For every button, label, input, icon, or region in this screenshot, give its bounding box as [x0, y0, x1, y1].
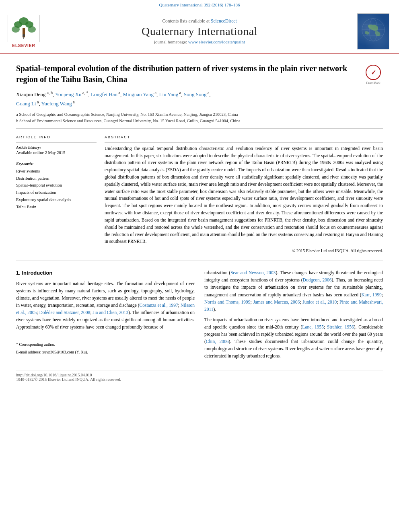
ref-junior[interactable]: Junior et al., 2010 [302, 300, 337, 304]
journal-cover-image [357, 13, 389, 49]
email-link[interactable]: xuyp305@163.com [42, 350, 74, 354]
copyright-notice: © 2015 Elsevier Ltd and INQUA. All right… [105, 248, 383, 254]
intro-para1: River systems are important natural heri… [16, 280, 195, 331]
crossmark-badge[interactable] [366, 65, 381, 80]
article-info-col: ARTICLE INFO Article history: Available … [16, 135, 97, 255]
affiliation-b: b School of Environmental Science and Re… [16, 118, 357, 124]
elsevier-brand-text: ELSEVIER [12, 43, 35, 48]
doi-link[interactable]: http://dx.doi.org/10.1016/j.jquaint.2015… [16, 373, 383, 377]
header-right [357, 13, 393, 49]
abstract-label: ABSTRACT [105, 135, 383, 139]
body-col-right: urbanization (Sear and Newson, 2003). Th… [204, 269, 383, 363]
ref-chin[interactable]: Chin, 2006 [206, 339, 229, 344]
ref-costanza[interactable]: Costanza et al., 1997 [139, 303, 178, 308]
doi-text[interactable]: http://dx.doi.org/10.1016/j.jquaint.2015… [16, 373, 92, 377]
crossmark-area: CrossMark [364, 63, 383, 124]
ref-jia[interactable]: Jia and Chen, 2013 [93, 310, 128, 315]
affiliation-a: a School of Geographic and Oceanographic… [16, 111, 357, 118]
keyword-4: Impacts of urbanization [16, 189, 97, 196]
ref-karr[interactable]: Karr, 1999 [362, 292, 382, 297]
elsevier-logo: ELSEVIER [6, 13, 42, 49]
sciencedirect-text[interactable]: ScienceDirect [211, 18, 237, 23]
article-info-abstract: ARTICLE INFO Article history: Available … [16, 129, 383, 261]
journal-cover-inner [358, 14, 389, 49]
available-online: Available online 2 May 2015 [16, 150, 97, 155]
section-title: Introduction [22, 270, 52, 276]
header-section: ELSEVIER Contents lists available at Sci… [0, 9, 399, 54]
footnote-corresponding: * Corresponding author. [16, 341, 195, 348]
body-content: 1. Introduction River systems are import… [16, 261, 383, 384]
elsevier-tree-icon [10, 16, 37, 41]
author-yang-m[interactable]: Mingnan Yang [123, 91, 154, 97]
history-label: Article history: [16, 145, 97, 150]
ref-norris[interactable]: Norris and Thoms, 1999 [204, 300, 251, 304]
keyword-5: Exploratory spatial data analysis [16, 196, 97, 203]
keyword-3: Spatial–temporal evolution [16, 182, 97, 189]
svg-point-6 [23, 34, 25, 37]
intro-para2: urbanization (Sear and Newson, 2003). Th… [204, 269, 383, 312]
elsevier-logo-image [8, 15, 40, 42]
crossmark-label: CrossMark [366, 81, 380, 85]
divider1 [16, 142, 97, 143]
abstract-text: Understanding the spatial–temporal distr… [105, 145, 383, 255]
svg-point-9 [362, 18, 385, 41]
page-wrapper: Quaternary International 392 (2016) 178–… [0, 0, 399, 384]
ref-strahler[interactable]: Strahler, 1956 [327, 325, 354, 329]
article-title-text: Spatial–temporal evolution of the distri… [16, 63, 357, 124]
top-bar: Quaternary International 392 (2016) 178–… [0, 0, 399, 9]
author-han[interactable]: Longfei Han [91, 91, 117, 97]
ref-sear[interactable]: Sear and Newson, 2003 [230, 270, 276, 275]
author-deng: Xiaojun Deng [16, 91, 47, 97]
email-name: (Y. Xu). [75, 350, 88, 354]
article-info-label: ARTICLE INFO [16, 135, 97, 139]
svg-point-10 [369, 18, 377, 41]
sciencedirect-link: Contents lists available at ScienceDirec… [162, 18, 237, 23]
author-li[interactable]: Guang Li [16, 101, 36, 107]
affiliations: a School of Geographic and Oceanographic… [16, 111, 357, 124]
author-wang[interactable]: Yuefeng Wang [41, 101, 72, 107]
keyword-2: Distribution pattern [16, 175, 97, 182]
abstract-body: Understanding the spatial–temporal distr… [105, 146, 383, 244]
ref-dudgeon[interactable]: Dudgeon, 2006 [303, 277, 332, 282]
journal-citation: Quaternary International 392 (2016) 178–… [159, 2, 240, 7]
divider2 [16, 159, 97, 159]
intro-heading: 1. Introduction [16, 269, 195, 277]
author-yang-l[interactable]: Liu Yang [159, 91, 179, 97]
intro-para3: The impacts of urbanization on river sys… [204, 316, 383, 359]
keyword-1: River systems [16, 168, 97, 175]
ref-lane[interactable]: Lane, 1955 [302, 325, 324, 329]
issn-text: 1040-6182/© 2015 Elsevier Ltd and INQUA.… [16, 377, 383, 382]
journal-homepage: journal homepage: www.elsevier.com/locat… [154, 39, 245, 44]
ref-james[interactable]: James and Marcus, 2006 [253, 300, 300, 304]
svg-rect-8 [358, 14, 389, 49]
divider3 [105, 142, 383, 143]
journal-title: Quaternary International [142, 25, 257, 38]
two-col-body: 1. Introduction River systems are import… [16, 269, 383, 363]
svg-point-3 [12, 26, 20, 33]
footnote-area: * Corresponding author. E-mail address: … [16, 338, 195, 355]
footer-bar: http://dx.doi.org/10.1016/j.jquaint.2015… [16, 370, 383, 384]
author-xu[interactable]: Youpeng Xu [55, 91, 82, 97]
keyword-6: Taihu Basin [16, 203, 97, 211]
abstract-col: ABSTRACT Understanding the spatial–tempo… [105, 135, 383, 255]
footnote-email: E-mail address: xuyp305@163.com (Y. Xu). [16, 349, 195, 355]
section-number: 1. [16, 270, 21, 276]
article-title: Spatial–temporal evolution of the distri… [16, 63, 357, 85]
article-content: Spatial–temporal evolution of the distri… [0, 54, 399, 384]
body-col-left: 1. Introduction River systems are import… [16, 269, 195, 363]
cover-illustration [358, 14, 389, 49]
keywords-label: Keywords: [16, 162, 97, 166]
ref-doledec[interactable]: Dolédec and Statzner, 2008 [39, 310, 90, 315]
svg-point-4 [28, 26, 36, 33]
author-song[interactable]: Song Song [184, 91, 207, 97]
homepage-url[interactable]: www.elsevier.com/locate/quaint [188, 39, 245, 44]
authors: Xiaojun Deng a, b, Youpeng Xu a, *, Long… [16, 90, 357, 108]
header-center: Contents lists available at ScienceDirec… [46, 13, 353, 49]
article-title-section: Spatial–temporal evolution of the distri… [16, 54, 383, 129]
